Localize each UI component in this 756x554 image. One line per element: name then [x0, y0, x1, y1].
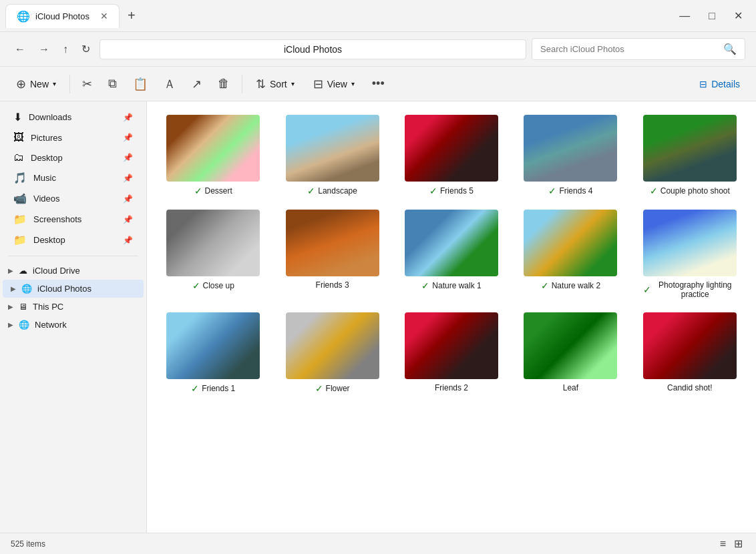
photo-name-couple: Couple photo shoot — [660, 186, 730, 196]
cut-button[interactable]: ✂ — [75, 73, 99, 95]
photo-thumb-inner-friends3 — [286, 210, 379, 276]
photo-name-friends2: Friends 2 — [435, 383, 468, 392]
active-tab[interactable]: 🌐 iCloud Photos ✕ — [5, 4, 120, 28]
rename-button[interactable]: Ａ — [157, 72, 182, 96]
new-label: New — [30, 79, 49, 89]
photo-item-flower[interactable]: ✓Flower — [279, 312, 385, 394]
photo-name-naturewalk2: Nature walk 2 — [552, 281, 600, 290]
details-button[interactable]: ⊟ Details — [691, 75, 748, 93]
photo-item-leaf[interactable]: Leaf — [518, 312, 623, 394]
up-button[interactable]: ↑ — [59, 39, 72, 59]
sidebar-item-videos[interactable]: 📹 Videos 📌 — [3, 188, 144, 209]
photo-thumb-inner-friends4 — [524, 115, 617, 182]
photo-name-photography: Photography lighting practice — [654, 280, 737, 299]
new-tab-button[interactable]: + — [122, 5, 141, 26]
synced-icon-closeup: ✓ — [192, 280, 200, 291]
sidebar-item-downloads[interactable]: ⬇ Downloads 📌 — [3, 107, 144, 127]
sidebar-item-music[interactable]: 🎵 Music 📌 — [3, 168, 144, 188]
photo-item-dessert[interactable]: ✓Dessert — [160, 115, 266, 196]
synced-icon-friends1: ✓ — [191, 383, 199, 394]
photo-label-photography: ✓Photography lighting practice — [643, 280, 737, 299]
sidebar-item-icloud-drive[interactable]: ▶ ☁ iCloud Drive — [0, 262, 146, 280]
photo-item-photography[interactable]: ✓Photography lighting practice — [637, 210, 743, 299]
view-button[interactable]: ⊟ View ▾ — [305, 73, 363, 95]
sidebar-item-icloud-photos[interactable]: ▶ 🌐 iCloud Photos — [3, 280, 144, 298]
synced-icon-landscape: ✓ — [307, 186, 315, 196]
photo-label-friends2: Friends 2 — [435, 383, 468, 392]
downloads-icon: ⬇ — [13, 111, 22, 123]
share-button[interactable]: ↗ — [185, 73, 208, 95]
sidebar-item-screenshots-label: Screenshots — [33, 214, 81, 224]
photo-label-closeup: ✓Close up — [192, 280, 234, 291]
photo-item-friends4[interactable]: ✓Friends 4 — [518, 115, 623, 196]
sort-chevron-icon: ▾ — [291, 80, 295, 87]
sidebar-item-desktop[interactable]: 🗂 Desktop 📌 — [3, 148, 144, 168]
view-icon: ⊟ — [313, 77, 323, 91]
sidebar-item-desktop2[interactable]: 📁 Desktop 📌 — [3, 230, 144, 250]
photo-thumb-couple — [643, 115, 737, 182]
photo-item-candid[interactable]: Candid shot! — [637, 312, 743, 394]
music-icon: 🎵 — [13, 172, 27, 184]
search-bar[interactable]: 🔍 — [532, 38, 745, 60]
this-pc-icon: 🖥 — [19, 302, 27, 312]
photo-thumb-leaf — [524, 312, 617, 379]
photo-item-friends2[interactable]: Friends 2 — [399, 312, 504, 394]
sidebar-item-pictures-label: Pictures — [31, 133, 62, 143]
sidebar-item-this-pc-label: This PC — [33, 302, 63, 312]
photo-name-flower: Flower — [326, 384, 350, 393]
photo-item-closeup[interactable]: ✓Close up — [160, 210, 266, 299]
copy-button[interactable]: ⧉ — [102, 73, 124, 95]
photo-item-couple[interactable]: ✓Couple photo shoot — [637, 115, 743, 196]
sidebar-item-desktop-label: Desktop — [31, 153, 63, 163]
photo-name-leaf: Leaf — [563, 383, 578, 392]
tab-close-button[interactable]: ✕ — [100, 11, 108, 21]
chevron-network: ▶ — [8, 321, 13, 328]
photo-label-couple: ✓Couple photo shoot — [650, 186, 730, 196]
refresh-button[interactable]: ↻ — [77, 39, 94, 59]
photo-item-naturewalk2[interactable]: ✓Nature walk 2 — [518, 210, 623, 299]
sidebar-item-pictures[interactable]: 🖼 Pictures 📌 — [3, 127, 144, 148]
photo-name-candid: Candid shot! — [667, 383, 712, 392]
photo-label-leaf: Leaf — [563, 383, 578, 392]
paste-button[interactable]: 📋 — [126, 73, 154, 95]
maximize-button[interactable]: □ — [701, 7, 723, 25]
icloud-drive-icon: ☁ — [19, 266, 27, 276]
photo-name-friends1: Friends 1 — [202, 384, 235, 393]
sort-button[interactable]: ⇅ Sort ▾ — [248, 73, 303, 95]
photo-item-landscape[interactable]: ✓Landscape — [279, 115, 385, 196]
photo-label-naturewalk1: ✓Nature walk 1 — [421, 280, 481, 291]
new-chevron-icon: ▾ — [53, 80, 56, 87]
pin-icon-screenshots: 📌 — [123, 215, 133, 224]
back-button[interactable]: ← — [11, 39, 29, 59]
sidebar-item-downloads-label: Downloads — [29, 112, 71, 122]
photo-label-friends4: ✓Friends 4 — [548, 186, 592, 196]
photo-item-friends5[interactable]: ✓Friends 5 — [399, 115, 504, 196]
delete-button[interactable]: 🗑 — [211, 73, 236, 95]
photo-thumb-naturewalk1 — [405, 210, 498, 276]
search-icon: 🔍 — [723, 43, 737, 55]
photo-thumb-inner-flower — [286, 312, 379, 379]
photo-item-friends1[interactable]: ✓Friends 1 — [160, 312, 266, 394]
sidebar-item-network[interactable]: ▶ 🌐 Network — [0, 316, 146, 334]
synced-icon-dessert: ✓ — [194, 186, 202, 196]
photo-thumb-friends1 — [166, 312, 260, 379]
photo-item-naturewalk1[interactable]: ✓Nature walk 1 — [399, 210, 504, 299]
sort-icon: ⇅ — [256, 77, 266, 91]
new-button[interactable]: ⊕ New ▾ — [8, 73, 64, 95]
photo-thumb-inner-friends1 — [166, 312, 260, 379]
grid-view-button[interactable]: ⊞ — [731, 535, 745, 553]
forward-button[interactable]: → — [35, 39, 53, 59]
sidebar-item-screenshots[interactable]: 📁 Screenshots 📌 — [3, 209, 144, 230]
photo-thumb-friends4 — [524, 115, 617, 182]
list-view-button[interactable]: ≡ — [717, 535, 729, 553]
sidebar-item-this-pc[interactable]: ▶ 🖥 This PC — [0, 298, 146, 316]
photo-label-flower: ✓Flower — [315, 383, 350, 394]
minimize-button[interactable]: — — [671, 7, 698, 25]
search-input[interactable] — [540, 44, 718, 54]
more-button[interactable]: ••• — [365, 73, 391, 95]
photo-item-friends3[interactable]: Friends 3 — [279, 210, 385, 299]
close-button[interactable]: ✕ — [726, 7, 751, 25]
address-bar[interactable]: iCloud Photos — [100, 39, 526, 59]
statusbar: 525 items ≡ ⊞ — [0, 533, 756, 554]
network-icon: 🌐 — [19, 320, 29, 330]
